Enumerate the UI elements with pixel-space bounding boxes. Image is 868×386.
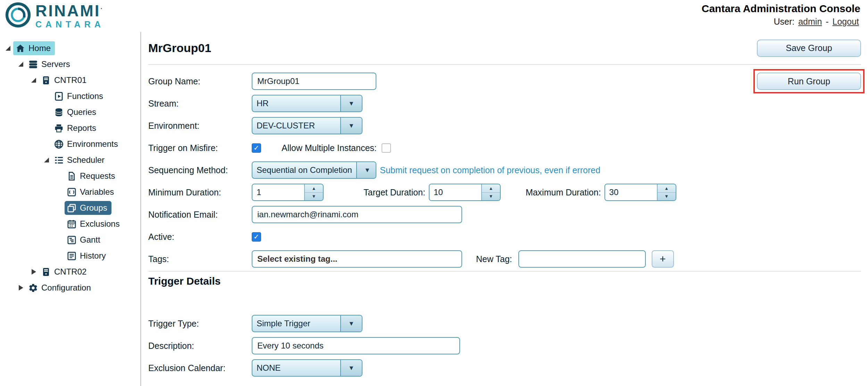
group-name-input[interactable] <box>252 73 376 90</box>
maximum-duration-label: Maximum Duration: <box>526 187 601 198</box>
minimum-duration-input[interactable] <box>252 184 304 200</box>
user-line: User: admin - Logout <box>702 17 860 27</box>
user-link[interactable]: admin <box>798 17 822 26</box>
brand-name: RINAMI· <box>35 3 105 19</box>
sidebar-item-gantt[interactable]: Gantt <box>0 232 141 248</box>
sidebar-item-label: Configuration <box>41 283 91 293</box>
maximum-duration-input[interactable] <box>605 184 657 200</box>
sidebar-item-label: Servers <box>41 59 70 69</box>
trigger-type-select[interactable]: Simple Trigger <box>252 315 362 332</box>
servers-icon <box>28 59 38 69</box>
environment-selected-value: DEV-CLUSTER <box>252 118 340 134</box>
sidebar-item-label: Home <box>28 43 51 53</box>
spinner-down-icon[interactable] <box>305 193 323 201</box>
active-row: Active: <box>148 226 861 248</box>
chevron-down-icon[interactable] <box>340 95 362 111</box>
sequencing-method-select[interactable]: Sequential on Completion <box>252 161 376 179</box>
tags-label: Tags: <box>148 254 252 264</box>
target-duration-input[interactable] <box>429 184 481 200</box>
sidebar-item-requests[interactable]: Requests <box>0 168 141 184</box>
expander-open-icon[interactable] <box>3 43 13 53</box>
target-duration-stepper[interactable] <box>429 184 501 201</box>
sidebar-item-label: Requests <box>80 171 115 181</box>
sidebar-tree: Home Servers CNTR01 Functions <box>0 32 141 386</box>
environment-row: Environment: DEV-CLUSTER <box>148 115 861 137</box>
sidebar-item-home[interactable]: Home <box>0 40 141 56</box>
spinner-up-icon[interactable] <box>305 184 323 193</box>
trigger-type-row: Trigger Type: Simple Trigger <box>148 312 861 335</box>
separator: - <box>826 17 828 26</box>
run-group-button[interactable]: Run Group <box>757 73 861 90</box>
new-tag-input[interactable] <box>518 250 646 268</box>
stream-row: Stream: HR <box>148 92 861 115</box>
logout-link[interactable]: Logout <box>833 17 859 26</box>
email-row: Notification Email: <box>148 203 861 226</box>
spinner-up-icon[interactable] <box>658 184 676 193</box>
spinner-down-icon[interactable] <box>658 193 676 201</box>
sidebar-item-environments[interactable]: Environments <box>0 136 141 152</box>
allow-multiple-instances-checkbox[interactable] <box>382 143 391 153</box>
home-icon <box>15 43 25 53</box>
minimum-duration-label: Minimum Duration: <box>148 187 252 198</box>
expander-open-icon[interactable] <box>16 59 26 69</box>
sidebar-item-scheduler[interactable]: Scheduler <box>0 152 141 168</box>
description-input[interactable] <box>252 337 460 354</box>
sidebar-item-label: Exclusions <box>80 219 120 229</box>
groups-icon <box>66 203 77 213</box>
sidebar-item-cntr01[interactable]: CNTR01 <box>0 72 141 88</box>
sidebar-item-cntr02[interactable]: CNTR02 <box>0 264 141 280</box>
sidebar-item-label: Scheduler <box>67 155 105 165</box>
sidebar-item-configuration[interactable]: Configuration <box>0 280 141 296</box>
expander-slot <box>54 251 65 261</box>
document-icon <box>66 171 77 181</box>
sidebar-item-groups[interactable]: Groups <box>0 200 141 216</box>
brand-product: CANTARA <box>35 20 105 29</box>
sidebar-item-servers[interactable]: Servers <box>0 56 141 72</box>
expander-closed-icon[interactable] <box>28 267 39 277</box>
environment-label: Environment: <box>148 121 252 131</box>
sidebar-item-functions[interactable]: Functions <box>0 88 141 104</box>
expander-slot <box>54 187 65 197</box>
environment-select[interactable]: DEV-CLUSTER <box>252 117 362 134</box>
sidebar-item-variables[interactable]: Variables <box>0 184 141 200</box>
minimum-duration-stepper[interactable] <box>252 184 324 201</box>
app-header: RINAMI· CANTARA Cantara Administration C… <box>0 0 868 32</box>
spinner-up-icon[interactable] <box>482 184 500 193</box>
sidebar-item-label: Environments <box>67 139 118 149</box>
trigger-on-misfire-checkbox[interactable] <box>252 143 261 153</box>
chevron-down-icon[interactable] <box>340 360 362 376</box>
active-checkbox[interactable] <box>252 232 261 242</box>
active-label: Active: <box>148 232 252 242</box>
rinami-logo-icon <box>5 2 31 30</box>
chevron-down-icon[interactable] <box>340 316 362 332</box>
sidebar-item-reports[interactable]: Reports <box>0 120 141 136</box>
chevron-down-icon[interactable] <box>356 162 376 178</box>
exclusion-calendar-select[interactable]: NONE <box>252 359 362 377</box>
notification-email-input[interactable] <box>252 206 462 223</box>
brand-mark: · <box>101 5 104 12</box>
expander-slot <box>54 203 65 213</box>
sequencing-hint-text: Submit request on completion of previous… <box>380 165 600 175</box>
tags-select-input[interactable] <box>252 250 462 268</box>
expander-open-icon[interactable] <box>41 155 52 165</box>
sidebar-item-label: Reports <box>67 123 96 133</box>
misfire-row: Trigger on Misfire: Allow Multiple Insta… <box>148 137 861 159</box>
maximum-duration-stepper[interactable] <box>604 184 676 201</box>
save-group-button[interactable]: Save Group <box>757 40 861 57</box>
expander-open-icon[interactable] <box>28 75 39 85</box>
sidebar-item-label: History <box>80 251 106 261</box>
server-icon <box>41 75 51 85</box>
spinner-down-icon[interactable] <box>482 193 500 201</box>
add-tag-button[interactable]: + <box>652 250 674 268</box>
variables-icon <box>66 187 77 197</box>
sidebar-item-history[interactable]: History <box>0 248 141 264</box>
sequencing-selected-value: Sequential on Completion <box>252 162 356 178</box>
sidebar-item-queries[interactable]: Queries <box>0 104 141 120</box>
annotation-red-box: Run Group <box>753 69 865 93</box>
expander-slot <box>41 123 52 133</box>
group-title: MrGroup01 <box>148 41 211 55</box>
expander-closed-icon[interactable] <box>16 283 26 293</box>
chevron-down-icon[interactable] <box>340 118 362 134</box>
sidebar-item-exclusions[interactable]: Exclusions <box>0 216 141 232</box>
stream-select[interactable]: HR <box>252 95 362 112</box>
